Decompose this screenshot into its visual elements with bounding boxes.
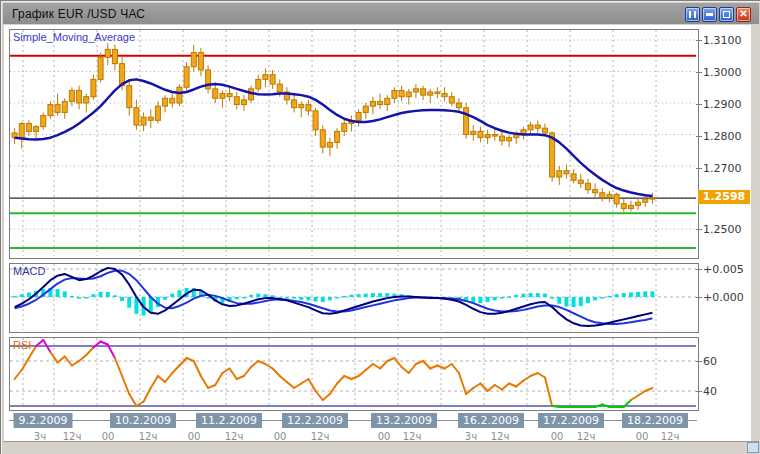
maximize-icon[interactable] — [719, 7, 734, 22]
price-tick-tickmark — [696, 229, 702, 230]
rsi-tick-tickmark — [696, 391, 702, 392]
rsi-canvas[interactable] — [10, 338, 696, 408]
macd-canvas[interactable] — [10, 264, 696, 330]
window-titlebar[interactable]: График EUR /USD ЧАС ✕ — [3, 3, 759, 24]
candlestick-canvas[interactable] — [10, 30, 696, 256]
price-tick-tickmark — [696, 104, 702, 105]
price-chart-panel[interactable] — [9, 29, 699, 259]
macd-tick: +0.000 — [703, 291, 744, 304]
price-tick: 1.2900 — [703, 98, 742, 111]
date-chip: 16.2.2009 — [458, 413, 524, 428]
date-chip: 13.2.2009 — [371, 413, 437, 428]
window-bottom-frame — [3, 441, 759, 453]
rsi-tick-tickmark — [696, 361, 702, 362]
price-tick: 1.2700 — [703, 162, 742, 175]
pause-icon[interactable] — [685, 7, 700, 22]
price-tick: 1.2500 — [703, 223, 742, 236]
minimize-icon[interactable] — [702, 7, 717, 22]
current-price-tag: 1.2598 — [698, 190, 750, 204]
price-tick-tickmark — [696, 168, 702, 169]
price-tick: 1.2800 — [703, 130, 742, 143]
date-chip: 18.2.2009 — [622, 413, 688, 428]
window-title: График EUR /USD ЧАС — [3, 7, 145, 21]
price-tick: 1.3000 — [703, 66, 742, 79]
price-tick-tickmark — [696, 40, 702, 41]
rsi-panel[interactable] — [9, 337, 699, 411]
price-tick: 1.3100 — [703, 34, 742, 47]
resize-grip[interactable] — [747, 442, 759, 453]
macd-tick: +0.005 — [703, 263, 744, 276]
date-chip: 12.2.2009 — [282, 413, 348, 428]
chart-client-area: Simple_Moving_Average MACD RSI 1.31001.3… — [4, 25, 751, 443]
macd-tick-tickmark — [696, 269, 702, 270]
rsi-tick: 40 — [703, 385, 717, 398]
price-tick-tickmark — [696, 72, 702, 73]
close-icon[interactable]: ✕ — [736, 7, 751, 22]
window-controls: ✕ — [685, 7, 751, 22]
price-tick-tickmark — [696, 136, 702, 137]
rsi-tick: 60 — [703, 355, 717, 368]
macd-panel[interactable] — [9, 263, 699, 333]
date-chip: 10.2.2009 — [110, 413, 176, 428]
date-chip: 17.2.2009 — [538, 413, 604, 428]
date-chip: 11.2.2009 — [196, 413, 262, 428]
chart-window: График EUR /USD ЧАС ✕ Simple_Moving_Aver… — [0, 0, 760, 454]
date-chip: 9.2.2009 — [14, 413, 73, 428]
macd-tick-tickmark — [696, 297, 702, 298]
